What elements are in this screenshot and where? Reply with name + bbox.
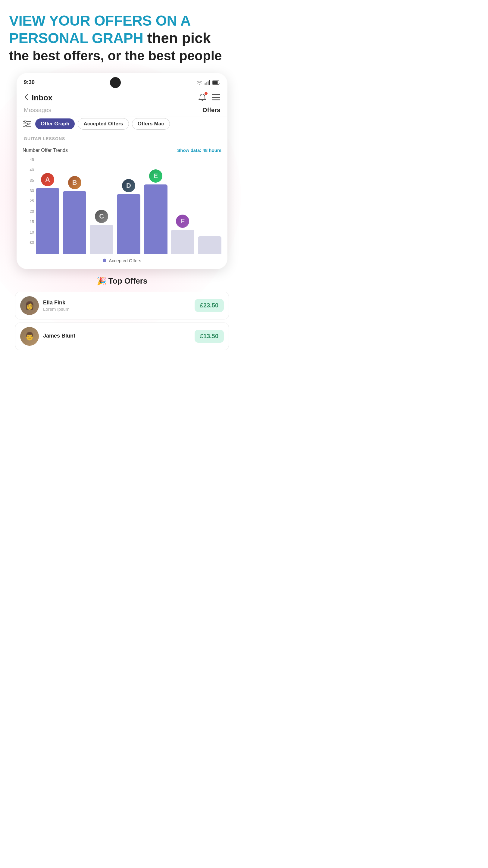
- hero-subtext: the best offers, or the best people: [9, 48, 235, 64]
- svg-rect-7: [212, 94, 220, 95]
- bar-chart: 45 40 35 30 25 20 15 10 £0 A: [23, 157, 221, 254]
- bar-7: [198, 236, 221, 254]
- main-tabs: Messages Offers: [17, 107, 227, 117]
- svg-rect-1: [204, 83, 206, 85]
- bar-avatar-3: C: [95, 210, 108, 223]
- top-offers-title: 🎉 Top Offers: [9, 276, 235, 286]
- tab-offer-graph[interactable]: Offer Graph: [35, 119, 75, 129]
- filter-icon: [23, 121, 31, 127]
- bar-6: [171, 230, 195, 254]
- status-time: 9:30: [24, 79, 35, 86]
- bar-col-3: C: [90, 157, 113, 254]
- bar-5: [144, 184, 167, 254]
- bar-avatar-1: A: [41, 173, 54, 186]
- offer-avatar-ella: 👩: [20, 296, 39, 315]
- legend-label: Accepted Offers: [109, 258, 141, 263]
- legend-dot: [103, 258, 106, 262]
- top-offers-section: 🎉 Top Offers: [9, 269, 235, 289]
- status-icons: [196, 80, 220, 85]
- menu-icon: [212, 94, 220, 101]
- hero-highlight-line1: VIEW YOUR OFFERS ON A: [9, 13, 191, 29]
- offer-price-james: £13.50: [195, 330, 224, 343]
- bar-avatar-2: B: [68, 176, 82, 189]
- bar-3: [90, 225, 113, 254]
- bar-col-2: B: [63, 157, 87, 254]
- offer-avatar-james: 👨: [20, 327, 39, 346]
- chart-area: Number Offer Trends Show data: 48 hours …: [17, 143, 227, 269]
- wifi-icon: [196, 80, 203, 85]
- bar-avatar-5: E: [149, 169, 162, 183]
- chart-header: Number Offer Trends Show data: 48 hours: [23, 148, 221, 153]
- hero-section: VIEW YOUR OFFERS ON A PERSONAL GRAPH the…: [9, 12, 235, 64]
- bar-1: [36, 188, 59, 254]
- section-label: GUITAR LESSONS: [17, 133, 227, 143]
- tab-offers-mac[interactable]: Offers Mac: [132, 118, 170, 130]
- chart-data-value: 48 hours: [202, 148, 221, 153]
- status-bar: 9:30: [17, 73, 227, 90]
- svg-rect-3: [207, 82, 209, 85]
- camera-dot: [110, 77, 121, 88]
- offer-subtitle-ella: Lorem Ipsum: [43, 307, 190, 312]
- bar-2: [63, 191, 87, 254]
- filter-tab-row: Offer Graph Accepted Offers Offers Mac: [17, 117, 227, 133]
- bar-col-6: F: [171, 157, 195, 254]
- bar-col-7: [198, 157, 221, 254]
- back-button[interactable]: [24, 93, 29, 103]
- bar-avatar-4: D: [122, 179, 135, 192]
- offer-info-james: James Blunt: [43, 333, 190, 340]
- phone-mockup: 9:30: [17, 73, 227, 269]
- signal-icon: [204, 80, 210, 85]
- bell-button[interactable]: [198, 93, 206, 103]
- offer-info-ella: Ella Fink Lorem Ipsum: [43, 300, 190, 312]
- chart-legend: Accepted Offers: [23, 258, 221, 263]
- offer-name-james: James Blunt: [43, 333, 190, 339]
- top-nav: Inbox: [17, 90, 227, 107]
- battery-icon: [213, 80, 220, 85]
- filter-button[interactable]: [22, 119, 32, 129]
- svg-point-14: [27, 123, 29, 125]
- bars-area: A B C: [36, 157, 221, 254]
- svg-rect-8: [212, 97, 220, 98]
- svg-point-0: [199, 84, 200, 85]
- offer-card-ella[interactable]: 👩 Ella Fink Lorem Ipsum £23.50: [15, 292, 229, 319]
- bar-col-5: E: [144, 157, 167, 254]
- svg-rect-6: [213, 81, 218, 84]
- svg-point-15: [25, 125, 27, 127]
- svg-rect-9: [212, 99, 220, 100]
- bar-4: [117, 194, 140, 254]
- hero-normal-line2: then pick: [143, 30, 211, 46]
- tab-offers[interactable]: Offers: [202, 107, 220, 114]
- tab-accepted-offers[interactable]: Accepted Offers: [78, 118, 129, 130]
- offer-card-james[interactable]: 👨 James Blunt £13.50: [15, 322, 229, 350]
- nav-actions: [198, 93, 220, 103]
- bar-col-4: D: [117, 157, 140, 254]
- menu-button[interactable]: [212, 94, 220, 102]
- inbox-title: Inbox: [32, 93, 198, 102]
- offer-name-ella: Ella Fink: [43, 300, 190, 306]
- hero-highlight-line2: PERSONAL GRAPH: [9, 30, 143, 46]
- chart-title: Number Offer Trends: [23, 148, 68, 153]
- tab-messages[interactable]: Messages: [24, 107, 202, 114]
- svg-point-13: [24, 121, 26, 122]
- svg-rect-2: [206, 82, 207, 85]
- y-axis: 45 40 35 30 25 20 15 10 £0: [23, 157, 36, 245]
- bar-avatar-6: F: [176, 215, 189, 228]
- offer-price-ella: £23.50: [195, 299, 224, 312]
- notification-badge: [204, 92, 207, 95]
- svg-rect-4: [209, 80, 210, 85]
- bar-col-1: A: [36, 157, 59, 254]
- chart-data-selector[interactable]: Show data: 48 hours: [177, 148, 221, 153]
